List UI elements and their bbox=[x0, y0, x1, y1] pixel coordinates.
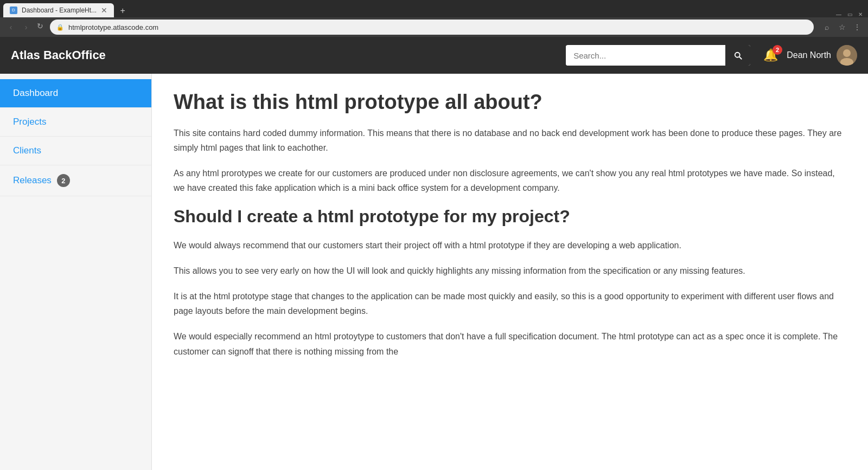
nav-buttons: ‹ › ↻ bbox=[4, 21, 46, 34]
main-paragraph-3: We would always recommend that our custo… bbox=[174, 238, 846, 253]
main-paragraph-4: This allows you to see very early on how… bbox=[174, 263, 846, 278]
window-close-button[interactable]: ✕ bbox=[857, 11, 864, 17]
main-paragraph-1: This site contains hard coded dummy info… bbox=[174, 126, 846, 155]
sidebar-label-releases: Releases bbox=[13, 175, 52, 186]
main-content: What is this html prototype all about? T… bbox=[152, 74, 868, 470]
browser-tab-active[interactable]: D Dashboard - ExampleHt... ✕ bbox=[3, 3, 114, 17]
sidebar-item-clients[interactable]: Clients bbox=[0, 137, 151, 165]
window-restore-button[interactable]: ▭ bbox=[846, 11, 853, 17]
new-tab-button[interactable]: + bbox=[116, 4, 129, 17]
browser-tabs: D Dashboard - ExampleHt... ✕ + — ▭ ✕ bbox=[0, 0, 868, 17]
sidebar-label-projects: Projects bbox=[13, 117, 46, 127]
svg-point-1 bbox=[843, 49, 851, 57]
back-button[interactable]: ‹ bbox=[4, 21, 17, 34]
app-header: Atlas BackOffice 🔔 2 Dean North bbox=[0, 37, 868, 74]
address-text: htmlprototype.atlascode.com bbox=[68, 23, 158, 31]
sidebar: Dashboard Projects Clients Releases 2 bbox=[0, 74, 152, 470]
window-minimize-button[interactable]: — bbox=[835, 11, 842, 17]
notification-badge: 2 bbox=[773, 45, 782, 55]
search-button[interactable] bbox=[725, 45, 750, 66]
sidebar-label-clients: Clients bbox=[13, 145, 41, 156]
header-right: 🔔 2 Dean North bbox=[763, 45, 857, 66]
main-paragraph-6: We would especially recommend an html pr… bbox=[174, 329, 846, 358]
forward-button[interactable]: › bbox=[20, 21, 33, 34]
browser-chrome: D Dashboard - ExampleHt... ✕ + — ▭ ✕ ‹ ›… bbox=[0, 0, 868, 37]
bookmark-icon[interactable]: ☆ bbox=[835, 21, 848, 34]
browser-controls-bar: ‹ › ↻ 🔒 htmlprototype.atlascode.com ⌕ ☆ … bbox=[0, 17, 868, 37]
search-container bbox=[566, 45, 750, 66]
zoom-icon[interactable]: ⌕ bbox=[820, 21, 833, 34]
tab-close-button[interactable]: ✕ bbox=[101, 7, 107, 14]
user-info[interactable]: Dean North bbox=[787, 45, 857, 66]
sidebar-label-dashboard: Dashboard bbox=[13, 88, 58, 99]
tab-title: Dashboard - ExampleHt... bbox=[22, 7, 97, 14]
main-paragraph-2: As any html prorotypes we create for our… bbox=[174, 166, 846, 195]
user-name: Dean North bbox=[787, 50, 831, 60]
sidebar-item-releases[interactable]: Releases 2 bbox=[0, 165, 151, 196]
app-logo: Atlas BackOffice bbox=[11, 48, 106, 62]
tab-favicon: D bbox=[10, 7, 17, 14]
browser-actions: ⌕ ☆ ⋮ bbox=[820, 21, 864, 34]
avatar bbox=[837, 45, 857, 66]
main-paragraph-5: It is at the html prototype stage that c… bbox=[174, 289, 846, 318]
sidebar-item-projects[interactable]: Projects bbox=[0, 108, 151, 137]
browser-menu-icon[interactable]: ⋮ bbox=[851, 21, 864, 34]
app-body: Dashboard Projects Clients Releases 2 Wh… bbox=[0, 74, 868, 470]
avatar-image bbox=[837, 45, 857, 66]
refresh-button[interactable]: ↻ bbox=[35, 21, 46, 31]
address-bar[interactable]: 🔒 htmlprototype.atlascode.com bbox=[50, 20, 814, 35]
releases-badge: 2 bbox=[57, 174, 70, 187]
search-icon bbox=[733, 50, 743, 60]
main-heading-2: Should I create a html prototype for my … bbox=[174, 206, 846, 227]
lock-icon: 🔒 bbox=[56, 24, 64, 31]
sidebar-item-dashboard[interactable]: Dashboard bbox=[0, 79, 151, 108]
search-input[interactable] bbox=[566, 46, 725, 66]
main-heading-1: What is this html prototype all about? bbox=[174, 90, 846, 115]
notification-bell[interactable]: 🔔 2 bbox=[763, 48, 778, 62]
